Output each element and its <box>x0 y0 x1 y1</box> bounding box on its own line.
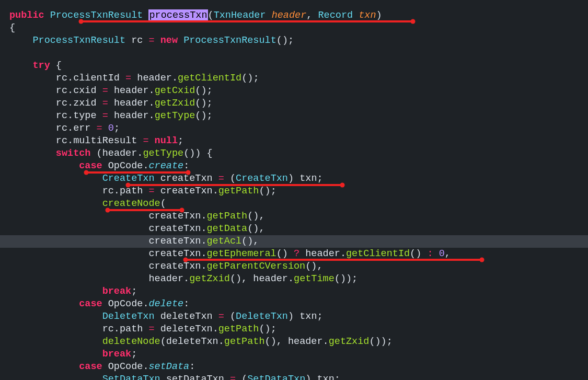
token-op: ? <box>294 248 299 259</box>
token-op: = <box>97 123 102 134</box>
token-var: rc <box>56 123 67 134</box>
code-line[interactable]: createTxn.getPath(), <box>0 210 588 223</box>
token-pn <box>9 311 102 322</box>
token-op: = <box>102 110 108 121</box>
code-line[interactable]: switch (header.getType()) { <box>0 147 588 160</box>
token-pn: , <box>306 10 318 21</box>
token-pn <box>9 324 102 335</box>
token-var: createTxn <box>148 261 201 272</box>
token-fn: createNode <box>102 198 160 209</box>
code-line[interactable]: rc.multiResult = null; <box>0 135 588 147</box>
token-pn <box>9 361 79 372</box>
token-num: 0 <box>439 248 445 259</box>
token-var: createTxn <box>148 248 201 259</box>
token-pn <box>102 160 108 171</box>
token-pn <box>9 148 56 159</box>
token-var: header <box>305 248 340 259</box>
code-line[interactable]: try { <box>0 60 588 72</box>
code-line[interactable]: ProcessTxnResult rc = new ProcessTxnResu… <box>0 34 588 47</box>
token-fn: getCxid <box>155 85 195 96</box>
code-editor[interactable]: public ProcessTxnResult processTxn(TxnHe… <box>0 9 588 380</box>
code-line[interactable]: createTxn.getAcl(), <box>0 235 588 248</box>
code-line[interactable]: rc.cxid = header.getCxid(); <box>0 85 588 97</box>
token-pn: . <box>114 186 120 197</box>
token-pn: ) <box>288 173 299 184</box>
token-var: header <box>114 98 149 109</box>
token-pn: . <box>288 273 294 284</box>
token-pn <box>224 374 230 380</box>
code-line[interactable] <box>0 47 588 60</box>
code-line[interactable]: { <box>0 22 588 34</box>
token-fn: getPath <box>224 336 265 347</box>
token-var: rc <box>56 135 67 146</box>
code-line[interactable]: CreateTxn createTxn = (CreateTxn) txn; <box>0 172 588 185</box>
token-pn <box>155 35 160 46</box>
code-line[interactable]: rc.path = createTxn.getPath(); <box>0 185 588 198</box>
token-pn <box>120 73 125 84</box>
token-var: rc <box>56 110 67 121</box>
token-var: err <box>73 123 90 134</box>
token-op: = <box>149 324 155 335</box>
token-var: createTxn <box>148 223 201 234</box>
token-kw: break <box>102 286 132 297</box>
code-line[interactable]: createNode( <box>0 198 588 210</box>
code-line[interactable]: public ProcessTxnResult processTxn(TxnHe… <box>0 9 588 22</box>
token-fn: getAcl <box>206 236 241 247</box>
token-pn <box>9 236 148 247</box>
token-fn: getZxid <box>189 273 230 284</box>
token-pn <box>9 123 56 134</box>
token-pn: . <box>143 298 148 309</box>
code-line[interactable]: header.getZxid(), header.getTime()); <box>0 273 588 285</box>
token-pn: { <box>9 22 15 33</box>
code-line[interactable]: rc.type = header.getType(); <box>0 110 588 122</box>
code-line[interactable]: deleteNode(deleteTxn.getPath(), header.g… <box>0 336 588 348</box>
code-line[interactable]: break; <box>0 348 588 361</box>
token-pn: . <box>143 160 148 171</box>
token-var: cxid <box>73 85 96 96</box>
code-line[interactable]: case OpCode.create: <box>0 160 588 172</box>
code-line[interactable]: createTxn.getEphemeral() ? header.getCli… <box>0 248 588 260</box>
token-var: clientId <box>73 73 120 84</box>
token-var: setDataTxn <box>166 374 224 380</box>
token-op: = <box>102 98 108 109</box>
token-pn: ( <box>224 173 236 184</box>
token-pn: ( <box>90 148 102 159</box>
code-line[interactable]: SetDataTxn setDataTxn = (SetDataTxn) txn… <box>0 373 588 380</box>
token-pn: . <box>213 186 218 197</box>
code-line[interactable]: createTxn.getData(), <box>0 223 588 235</box>
code-line[interactable]: DeleteTxn deleteTxn = (DeleteTxn) txn; <box>0 310 588 323</box>
token-type: CreateTxn <box>102 173 155 184</box>
token-pn: . <box>67 123 73 134</box>
token-type: DeleteTxn <box>102 311 155 322</box>
token-var: rc <box>56 85 67 96</box>
code-line[interactable]: case OpCode.setData: <box>0 361 588 373</box>
token-pn <box>102 123 108 134</box>
token-pn <box>9 336 102 347</box>
token-pn: (); <box>259 186 276 197</box>
token-var: rc <box>102 186 114 197</box>
token-pn: ( <box>160 198 166 209</box>
code-line[interactable]: rc.err = 0; <box>0 122 588 135</box>
token-pn: . <box>143 361 148 372</box>
token-it: setData <box>149 361 190 372</box>
token-var: zxid <box>73 98 96 109</box>
token-num: 0 <box>108 123 114 134</box>
token-var: deleteTxn <box>160 311 213 322</box>
token-fn: getClientId <box>346 248 410 259</box>
code-line[interactable]: case OpCode.delete: <box>0 298 588 310</box>
token-pn <box>9 35 32 46</box>
token-pn <box>44 10 50 21</box>
code-line[interactable]: createTxn.getParentCVersion(), <box>0 260 588 273</box>
token-var: header <box>114 85 149 96</box>
token-fn: getTime <box>294 273 335 284</box>
token-pn <box>433 248 439 259</box>
token-op: = <box>149 35 155 46</box>
token-type: Record <box>318 10 353 21</box>
token-pn <box>9 98 56 109</box>
code-line[interactable]: rc.clientId = header.getClientId(); <box>0 72 588 85</box>
token-kw: switch <box>56 148 91 159</box>
token-pn: . <box>172 73 178 84</box>
code-line[interactable]: rc.path = deleteTxn.getPath(); <box>0 323 588 336</box>
code-line[interactable]: break; <box>0 285 588 298</box>
code-line[interactable]: rc.zxid = header.getZxid(); <box>0 97 588 110</box>
